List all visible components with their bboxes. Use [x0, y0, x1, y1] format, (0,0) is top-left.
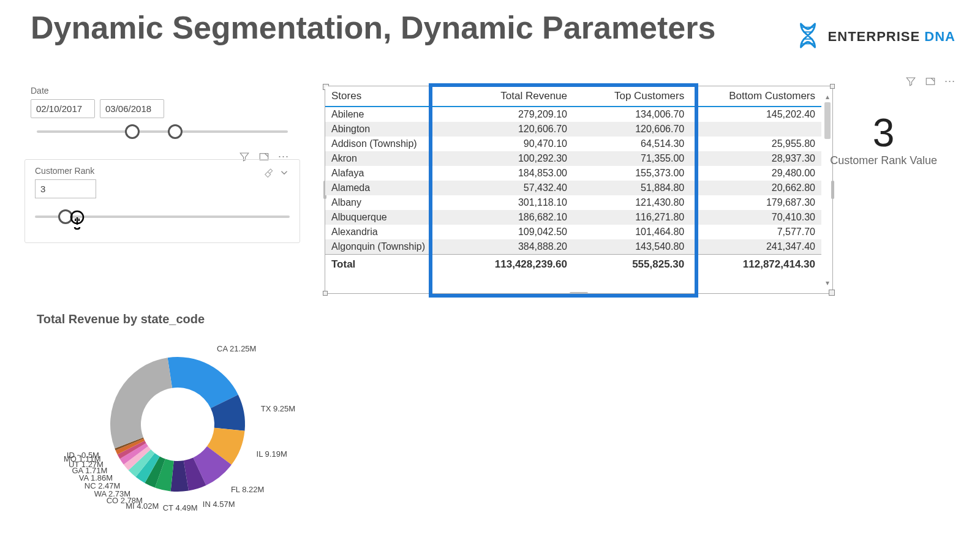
date-range-slider[interactable]: [37, 130, 288, 133]
brand-name: ENTERPRISE: [828, 29, 921, 44]
donut-label-TX: TX 9.25M: [261, 404, 295, 413]
value-cell: [690, 122, 821, 137]
store-name-cell: Abilene: [325, 107, 456, 122]
scroll-up-icon[interactable]: ▴: [824, 92, 831, 101]
value-cell: 20,662.80: [690, 181, 821, 195]
col-top-customers[interactable]: Top Customers: [573, 86, 690, 107]
date-from-input[interactable]: [31, 99, 95, 118]
stores-table: Stores Total Revenue Top Customers Botto…: [325, 86, 821, 274]
col-total-revenue[interactable]: Total Revenue: [456, 86, 573, 107]
donut-label-IL: IL 9.19M: [257, 449, 287, 459]
store-name-cell: Albuquerque: [325, 210, 456, 225]
value-cell: 29,480.00: [690, 166, 821, 181]
table-row[interactable]: Abilene279,209.10134,006.70145,202.40: [325, 107, 821, 122]
page-title: Dynamic Segmentation, Dynamic Parameters: [31, 9, 715, 46]
donut-label-ID: ID ~0.5M: [67, 451, 99, 460]
donut-label-WA: WA 2.73M: [94, 489, 130, 498]
table-row[interactable]: Alameda57,432.4051,884.8020,662.80: [325, 181, 821, 195]
value-cell: 155,373.00: [573, 166, 690, 181]
date-label: Date: [31, 86, 294, 96]
value-cell: 384,888.20: [456, 239, 573, 255]
store-name-cell: Albany: [325, 195, 456, 210]
col-bottom-customers[interactable]: Bottom Customers: [690, 86, 821, 107]
more-options-icon[interactable]: ···: [944, 75, 956, 88]
value-cell: 186,682.10: [456, 210, 573, 225]
table-row[interactable]: Akron100,292.3071,355.0028,937.30: [325, 151, 821, 166]
top-customers-sum: 555,825.30: [573, 255, 690, 275]
value-cell: 120,606.70: [456, 122, 573, 137]
customer-rank-slicer: Customer Rank: [24, 159, 300, 243]
card-value: 3: [830, 110, 937, 156]
chevron-down-icon[interactable]: [279, 167, 290, 178]
rank-label: Customer Rank: [35, 166, 94, 176]
donut-slice-other[interactable]: [110, 358, 172, 448]
value-cell: 134,006.70: [573, 107, 690, 122]
value-cell: 51,884.80: [573, 181, 690, 195]
scroll-down-icon[interactable]: ▾: [824, 279, 831, 287]
value-cell: 121,430.80: [573, 195, 690, 210]
table-row[interactable]: Alexandria109,042.50101,464.807,577.70: [325, 225, 821, 239]
value-cell: 109,042.50: [456, 225, 573, 239]
col-stores[interactable]: Stores: [325, 86, 456, 107]
value-cell: 301,118.10: [456, 195, 573, 210]
brand-accent: DNA: [924, 29, 956, 44]
store-name-cell: Alafaya: [325, 166, 456, 181]
value-cell: 7,577.70: [690, 225, 821, 239]
value-cell: 279,209.10: [456, 107, 573, 122]
table-row[interactable]: Albany301,118.10121,430.80179,687.30: [325, 195, 821, 210]
store-name-cell: Alameda: [325, 181, 456, 195]
rank-slider-handle[interactable]: [58, 209, 73, 224]
table-row[interactable]: Alafaya184,853.00155,373.0029,480.00: [325, 166, 821, 181]
store-name-cell: Abington: [325, 122, 456, 137]
table-visual-header: ···: [905, 75, 956, 88]
rank-slider[interactable]: [35, 216, 290, 218]
value-cell: 145,202.40: [690, 107, 821, 122]
card-label: Customer Rank Value: [830, 154, 937, 167]
store-name-cell: Alexandria: [325, 225, 456, 239]
value-cell: 28,937.30: [690, 151, 821, 166]
rank-value-input[interactable]: [35, 179, 96, 198]
table-row[interactable]: Algonquin (Township)384,888.20143,540.80…: [325, 239, 821, 255]
date-handle-from[interactable]: [125, 124, 140, 139]
focus-mode-icon[interactable]: [925, 76, 936, 87]
date-handle-to[interactable]: [168, 124, 183, 139]
revenue-by-state-donut: Total Revenue by state_code CA 21.25MTX …: [37, 312, 312, 516]
donut-label-CT: CT 4.49M: [163, 503, 198, 512]
value-cell: 120,606.70: [573, 122, 690, 137]
clear-selection-icon[interactable]: [263, 167, 274, 178]
date-to-input[interactable]: [100, 99, 164, 118]
store-name-cell: Akron: [325, 151, 456, 166]
table-row[interactable]: Albuquerque186,682.10116,271.8070,410.30: [325, 210, 821, 225]
donut-chart[interactable]: CA 21.25MTX 9.25MIL 9.19MFL 8.22MIN 4.57…: [37, 332, 306, 516]
store-name-cell: Algonquin (Township): [325, 239, 456, 255]
value-cell: 71,355.00: [573, 151, 690, 166]
value-cell: 241,347.40: [690, 239, 821, 255]
svg-rect-6: [926, 78, 935, 84]
total-revenue-sum: 113,428,239.60: [456, 255, 573, 275]
store-name-cell: Addison (Township): [325, 137, 456, 151]
brand-logo: ENTERPRISE DNA: [794, 21, 956, 52]
donut-label-FL: FL 8.22M: [231, 485, 264, 494]
value-cell: 70,410.30: [690, 210, 821, 225]
dna-helix-icon: [794, 21, 822, 52]
table-row[interactable]: Addison (Township)90,470.1064,514.3025,9…: [325, 137, 821, 151]
value-cell: 64,514.30: [573, 137, 690, 151]
value-cell: 143,540.80: [573, 239, 690, 255]
bottom-customers-sum: 112,872,414.30: [690, 255, 821, 275]
value-cell: 179,687.30: [690, 195, 821, 210]
table-row[interactable]: Abington120,606.70120,606.70: [325, 122, 821, 137]
stores-table-visual[interactable]: Stores Total Revenue Top Customers Botto…: [325, 86, 833, 294]
value-cell: 184,853.00: [456, 166, 573, 181]
total-label: Total: [325, 255, 456, 275]
value-cell: 57,432.40: [456, 181, 573, 195]
value-cell: 116,271.80: [573, 210, 690, 225]
donut-label-CA: CA 21.25M: [217, 344, 256, 353]
donut-label-NC: NC 2.47M: [85, 481, 121, 490]
filter-icon[interactable]: [905, 76, 916, 87]
value-cell: 101,464.80: [573, 225, 690, 239]
date-slicer: Date: [31, 86, 294, 133]
value-cell: 90,470.10: [456, 137, 573, 151]
donut-title: Total Revenue by state_code: [37, 312, 312, 326]
value-cell: 25,955.80: [690, 137, 821, 151]
donut-label-IN: IN 4.57M: [203, 500, 235, 509]
